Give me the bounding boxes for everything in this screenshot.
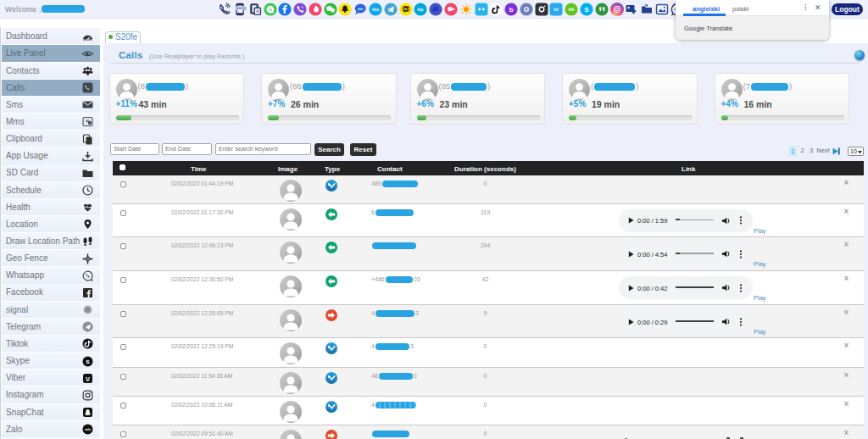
svg-text:b: b bbox=[509, 6, 514, 14]
svg-text:s: s bbox=[86, 358, 90, 365]
svg-text:imo: imo bbox=[372, 8, 379, 12]
svg-text:kik: kik bbox=[569, 8, 575, 12]
svg-text:40: 40 bbox=[86, 119, 90, 123]
svg-text:hi: hi bbox=[554, 7, 559, 12]
svg-text:Info: Info bbox=[358, 8, 364, 11]
svg-text:bip: bip bbox=[418, 8, 424, 12]
svg-text:V: V bbox=[86, 375, 90, 382]
svg-text:TALK: TALK bbox=[402, 8, 409, 11]
svg-text:zalo: zalo bbox=[85, 428, 92, 431]
svg-text:S: S bbox=[584, 6, 589, 14]
